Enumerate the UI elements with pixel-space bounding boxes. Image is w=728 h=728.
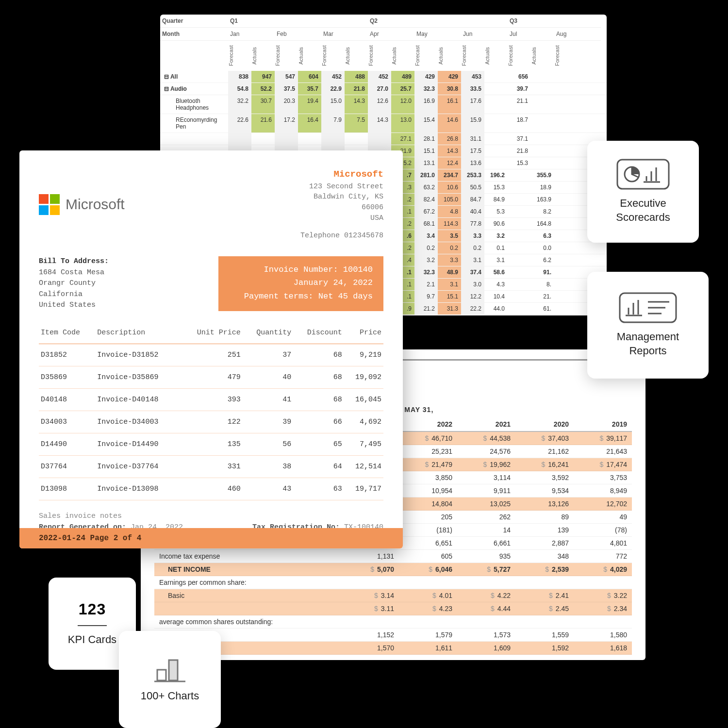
invoice-footer-bar: 2022-01-24 Page 2 of 4: [19, 528, 403, 548]
management-reports-tile: Management Reports: [587, 272, 709, 379]
charts-tile: 100+ Charts: [119, 631, 221, 728]
table-row: D13098Invoice-D13098460436319,717: [39, 478, 383, 500]
scorecard-icon: [616, 159, 670, 190]
table-row: average common shares outstanding:: [154, 615, 632, 629]
table-row: NET INCOME$ 5,070$ 6,046$ 5,727$ 2,539$ …: [154, 563, 632, 576]
bar-chart-icon: [154, 656, 185, 682]
table-row: D14490Invoice-D1449013556657,495: [39, 433, 383, 455]
vendor-address: Microsoft 123 Second Street Baldwin City…: [300, 168, 383, 241]
microsoft-logo-icon: [39, 194, 60, 215]
report-icon: [619, 292, 677, 323]
executive-scorecards-tile: Executive Scorecards: [587, 141, 699, 243]
table-row: D31852Invoice-D3185225137689,219: [39, 344, 383, 366]
table-row: Bluetooth Headphones32.230.720.319.415.0…: [160, 95, 607, 114]
table-row: ⊟ All83894754760445248845248942942945365…: [160, 71, 607, 83]
table-row: D40148Invoice-D40148393416816,045: [39, 388, 383, 411]
table-row: ⊟ Audio54.852.237.535.722.921.827.025.73…: [160, 83, 607, 95]
table-row: 27.128.126.831.137.1: [160, 133, 607, 145]
svg-rect-1: [169, 660, 178, 680]
table-row: Income tax expense1,131605935348772: [154, 550, 632, 563]
table-row: D34003Invoice-D3400312239664,692: [39, 411, 383, 433]
table-row: Basic$ 3.14$ 4.01$ 4.22$ 2.41$ 3.22: [154, 589, 632, 602]
month-label: Month: [160, 28, 228, 41]
invoice-meta-box: Invoice Number: 100140 January 24, 2022 …: [218, 256, 383, 311]
table-row: D37764Invoice-D37764331386412,514: [39, 455, 383, 478]
invoice: Microsoft Microsoft 123 Second Street Ba…: [19, 150, 403, 548]
svg-rect-0: [157, 670, 166, 680]
invoice-line-items: Item Code Description Unit Price Quantit…: [39, 325, 383, 500]
table-row: REconomyrding Pen22.621.617.216.47.97.51…: [160, 114, 607, 133]
table-row: D35869Invoice-D35869479406819,092: [39, 366, 383, 388]
quarter-label: Quarter: [160, 15, 228, 28]
table-row: $ 3.11$ 4.23$ 4.44$ 2.45$ 2.34: [154, 602, 632, 615]
bill-to: Bill To Address: 1684 Costa Mesa Orangr …: [39, 256, 109, 311]
table-row: 1,1521,5791,5731,5591,580: [154, 629, 632, 642]
table-row: Earnings per common share:: [154, 576, 632, 589]
kpi-number: 123: [79, 600, 106, 618]
microsoft-logo: Microsoft: [39, 168, 125, 241]
invoice-notes: Sales invoice notes: [39, 512, 383, 520]
table-row: 1,5701,6111,6091,5921,618: [154, 642, 632, 655]
